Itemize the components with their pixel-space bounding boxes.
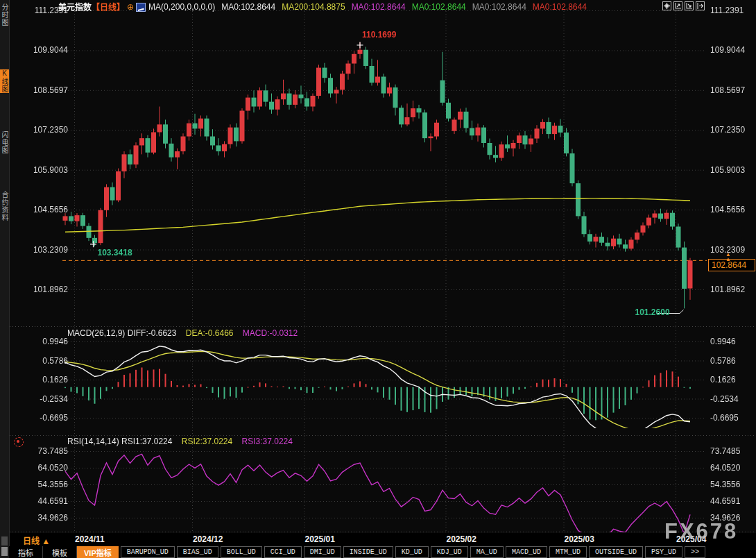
- toolbar-indicator-barupdn_ud[interactable]: BARUPDN_UD: [121, 546, 175, 558]
- sidebar-item-1[interactable]: 分时图: [0, 3, 9, 26]
- crosshair-move-icon[interactable]: [662, 1, 671, 10]
- sidebar-item-4[interactable]: 合约资料: [0, 191, 9, 221]
- sidebar-item-2[interactable]: K线图: [0, 69, 9, 93]
- toolbar-more-button[interactable]: >>: [685, 546, 705, 558]
- rsi2-value: RSI2:37.0224: [182, 437, 232, 446]
- x-axis-month-label: 2024/12: [193, 534, 223, 544]
- toolbar-vip-tab[interactable]: VIP指标: [77, 546, 119, 558]
- ma-value-5: MA0:102.8644: [472, 2, 526, 12]
- toolbar-indicator-bias_ud[interactable]: BIAS_UD: [177, 546, 218, 558]
- macd-diff-value: DIFF:-0.6623: [128, 328, 177, 338]
- instrument-title: 美元指数: [58, 3, 92, 12]
- toolbar-indicator-cci_ud[interactable]: CCI_UD: [264, 546, 302, 558]
- toolbar-indicator-ma_ud[interactable]: MA_UD: [470, 546, 504, 558]
- sidebar-expand-handle[interactable]: [1, 547, 8, 556]
- toolbar-indicator-psy_ud[interactable]: PSY_UD: [645, 546, 682, 558]
- last-price-marker-icon: ▲▲: [725, 252, 731, 262]
- toolbar-indicator-outside_ud[interactable]: OUTSIDE_UD: [589, 546, 643, 558]
- trading-app-window: 分时图K线图闪电图合约资料 美元指数【日线】⊕MA(0,200,0,0,0,0)…: [0, 0, 756, 558]
- ma-value-1: MA0:102.8644: [221, 2, 275, 12]
- sidebar-item-3[interactable]: 闪电图: [0, 131, 9, 154]
- x-axis-month-label: 2025/02: [447, 534, 476, 544]
- x-axis-month-label: 2025/01: [305, 534, 335, 544]
- macd-macd-value: MACD:-0.0312: [243, 328, 298, 338]
- sidebar-collapse-handle[interactable]: [1, 536, 8, 546]
- sidebar: 分时图K线图闪电图合约资料: [0, 0, 10, 558]
- ma-values: MA0:102.8644MA200:104.8875MA0:102.8644MA…: [221, 1, 593, 11]
- macd-header: MACD(26,12,9) DIFF:-0.6623 DEA:-0.6466 M…: [67, 328, 298, 338]
- toolbar-indicator-kd_ud[interactable]: KD_UD: [395, 546, 429, 558]
- ma-value-3: MA0:102.8644: [352, 2, 406, 12]
- chart-header: 美元指数【日线】⊕MA(0,200,0,0,0,0)MA0:102.8644MA…: [58, 1, 593, 12]
- x-axis-month-label: 2024/11: [75, 534, 105, 544]
- ma-value-4: MA0:102.8644: [412, 2, 466, 12]
- period-tag: 【日线】: [92, 3, 125, 12]
- ma-value-6: MA0:102.8644: [533, 2, 587, 12]
- indicator-toolbar: 指标模板VIP指标BARUPDN_UDBIAS_UDBOLL_UDCCI_UDD…: [9, 546, 756, 558]
- macd-name: MACD(26,12,9): [67, 328, 125, 338]
- chart-type-icon[interactable]: [136, 3, 146, 12]
- toolbar-indicator-inside_ud[interactable]: INSIDE_UD: [343, 546, 393, 558]
- rsi3-value: RSI3:37.0224: [242, 437, 293, 446]
- macd-dea-value: DEA:-0.6466: [186, 328, 234, 338]
- toolbar-indicator-macd_ud[interactable]: MACD_UD: [506, 546, 547, 558]
- last-price-box: 102.8644: [708, 259, 755, 271]
- toolbar-tab-2[interactable]: 模板: [43, 546, 77, 558]
- y-axis-zoom-icon[interactable]: [673, 1, 682, 10]
- period-selector[interactable]: 日线 ▲: [23, 534, 50, 546]
- toolbar-indicator-mtm_ud[interactable]: MTM_UD: [549, 546, 587, 558]
- ma-value-2: MA200:104.8875: [282, 2, 345, 12]
- add-icon[interactable]: ⊕: [127, 2, 134, 12]
- pan-right-icon[interactable]: [696, 1, 705, 10]
- toolbar-indicator-kdj_ud[interactable]: KDJ_UD: [431, 546, 468, 558]
- time-axis-row: 日线 ▲ 2024/112024/122025/012025/022025/03…: [9, 533, 756, 546]
- chart-canvas[interactable]: [0, 0, 756, 558]
- chart-tool-icons: [662, 1, 705, 10]
- rsi-header: RSI(14,14,14) RSI1:37.0224 RSI2:37.0224 …: [67, 437, 293, 446]
- x-axis-month-label: 2025/04: [676, 534, 706, 544]
- ma-settings-label: MA(0,200,0,0,0,0): [148, 2, 215, 12]
- rsi1-value: RSI1:37.0224: [121, 437, 172, 446]
- rsi-alert-icon[interactable]: [14, 437, 24, 447]
- toolbar-indicator-boll_ud[interactable]: BOLL_UD: [221, 546, 262, 558]
- toolbar-indicator-dmi_ud[interactable]: DMI_UD: [304, 546, 341, 558]
- x-axis-month-label: 2025/03: [565, 534, 594, 544]
- rsi-name: RSI(14,14,14): [67, 437, 119, 446]
- x-axis-zoom-icon[interactable]: [685, 1, 694, 10]
- toolbar-tab-1[interactable]: 指标: [9, 546, 43, 558]
